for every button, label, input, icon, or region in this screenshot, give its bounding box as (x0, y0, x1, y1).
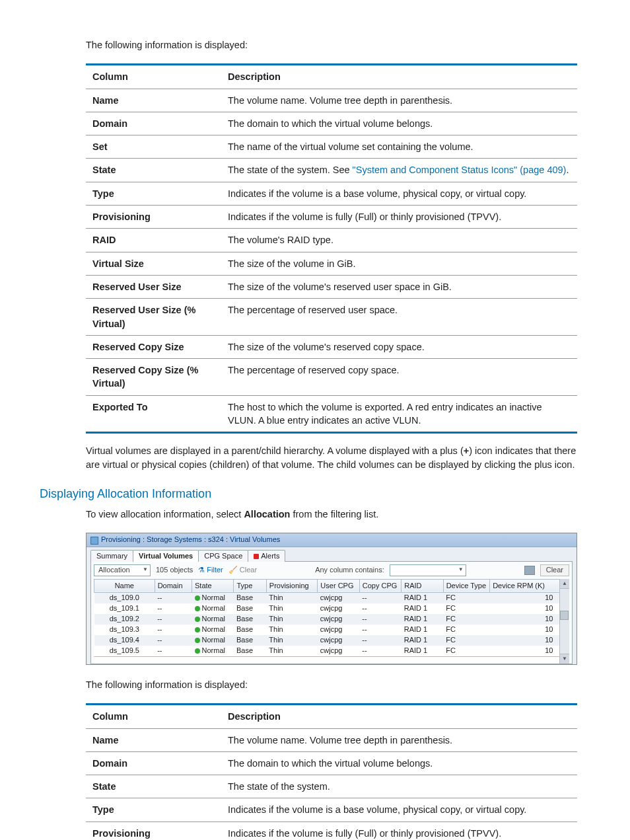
print-icon[interactable] (524, 566, 535, 575)
grid-header[interactable]: Type (234, 579, 266, 592)
column-description: The volume name. Volume tree depth in pa… (221, 89, 577, 112)
table-row[interactable]: ds_109.1--NormalBaseThincwjcpg--RAID 1FC… (94, 603, 560, 614)
grid-header[interactable]: Device RPM (K) (490, 579, 560, 592)
column-description: The name of the virtual volume set conta… (221, 135, 577, 159)
column-description: The percentage of reserved copy space. (221, 359, 577, 396)
column-name: Provisioning (86, 206, 221, 229)
clear-button[interactable]: Clear (540, 564, 569, 576)
status-icons-link[interactable]: "System and Component Status Icons" (pag… (353, 165, 567, 175)
scrollbar[interactable]: ▲ ▼ (559, 579, 569, 664)
clear-link-disabled: 🧹 Clear (228, 565, 257, 575)
column-description: Indicates if the volume is fully (Full) … (221, 821, 577, 840)
grid-header[interactable]: State (192, 579, 234, 592)
column-name: Provisioning (86, 821, 221, 840)
column-description: Indicates if the volume is a base volume… (221, 798, 577, 821)
object-count: 105 objects (156, 565, 193, 575)
intro-text-1: The following information is displayed: (86, 38, 577, 52)
any-column-label: Any column contains: (315, 565, 384, 575)
table-row[interactable]: ds_109.3--NormalBaseThincwjcpg--RAID 1FC… (94, 625, 560, 635)
column-description: The size of the volume's reserved user s… (221, 275, 577, 298)
alert-icon (254, 554, 259, 559)
th-column: Column (86, 65, 221, 89)
column-name: RAID (86, 229, 221, 252)
tab-virtual-volumes[interactable]: Virtual Volumes (133, 550, 199, 562)
column-description: The volume name. Volume tree depth in pa… (221, 728, 577, 751)
grid-header[interactable]: Domain (155, 579, 192, 592)
column-name: Exported To (86, 395, 221, 433)
grid-header[interactable]: Device Type (443, 579, 490, 592)
column-description: The size of the volume in GiB. (221, 252, 577, 275)
th-description: Description (221, 65, 577, 89)
column-name: Reserved User Size (86, 275, 221, 298)
tab-cpg-space[interactable]: CPG Space (198, 550, 248, 562)
allocation-grid: NameDomainStateTypeProvisioningUser CPGC… (94, 579, 560, 656)
status-dot-icon (195, 638, 200, 643)
hierarchy-paragraph: Virtual volumes are displayed in a paren… (86, 444, 577, 471)
table-row[interactable]: ds_109.5--NormalBaseThincwjcpg--RAID 1FC… (94, 646, 560, 656)
column-name: Type (86, 798, 221, 821)
column-name: Set (86, 135, 221, 159)
grid-header[interactable]: Provisioning (266, 579, 318, 592)
grid-header[interactable]: User CPG (318, 579, 359, 592)
column-description: The domain to which the virtual volume b… (221, 751, 577, 775)
column-description: Indicates if the volume is fully (Full) … (221, 206, 577, 229)
column-description: The size of the volume's reserved copy s… (221, 335, 577, 358)
column-description: The volume's RAID type. (221, 229, 577, 252)
status-dot-icon (195, 606, 200, 611)
columns-table-2: Column Description NameThe volume name. … (86, 703, 577, 840)
table-row[interactable]: ds_109.4--NormalBaseThincwjcpg--RAID 1FC… (94, 635, 560, 646)
column-name: Virtual Size (86, 252, 221, 275)
allocation-screenshot: Provisioning : Storage Systems : s324 : … (86, 533, 577, 665)
th-description: Description (221, 705, 577, 728)
window-titlebar: Provisioning : Storage Systems : s324 : … (87, 533, 577, 547)
column-name: Reserved Copy Size (86, 335, 221, 358)
columns-table-1: Column Description NameThe volume name. … (86, 63, 577, 434)
column-description: The percentage of reserved user space. (221, 299, 577, 336)
column-description: Indicates if the volume is a base volume… (221, 182, 577, 205)
status-dot-icon (195, 595, 200, 601)
column-name: Reserved User Size (% Virtual) (86, 299, 221, 336)
column-name: Type (86, 182, 221, 205)
status-dot-icon (195, 627, 200, 632)
column-name: Domain (86, 112, 221, 135)
any-column-selector[interactable] (390, 564, 466, 576)
column-name: State (86, 159, 221, 182)
th-column: Column (86, 705, 221, 728)
tab-alerts[interactable]: Alerts (248, 550, 285, 562)
allocation-intro: To view allocation information, select A… (86, 508, 577, 521)
scroll-up-icon[interactable]: ▲ (560, 579, 569, 589)
status-dot-icon (195, 648, 200, 654)
grid-header[interactable]: Name (94, 579, 155, 592)
tab-summary[interactable]: Summary (90, 550, 133, 562)
column-description: The state of the system. See "System and… (221, 159, 577, 182)
window-icon (90, 537, 98, 545)
table-row[interactable]: ds_109.0--NormalBaseThincwjcpg--RAID 1FC… (94, 592, 560, 603)
status-dot-icon (195, 617, 200, 622)
column-name: State (86, 775, 221, 798)
intro-text-2: The following information is displayed: (86, 678, 577, 691)
grid-header[interactable]: Copy CPG (359, 579, 401, 592)
scroll-thumb[interactable] (560, 611, 569, 620)
column-description: The domain to which the virtual volume b… (221, 112, 577, 135)
grid-header[interactable]: RAID (402, 579, 443, 592)
column-name: Name (86, 728, 221, 751)
column-name: Domain (86, 751, 221, 775)
column-description: The host to which the volume is exported… (221, 395, 577, 433)
filter-selector[interactable]: Allocation (94, 564, 151, 576)
column-description: The state of the system. (221, 775, 577, 798)
column-name: Reserved Copy Size (% Virtual) (86, 359, 221, 396)
filter-link[interactable]: ⚗ Filter (198, 565, 223, 575)
column-name: Name (86, 89, 221, 112)
section-heading: Displaying Allocation Information (40, 486, 590, 502)
scroll-down-icon[interactable]: ▼ (560, 654, 569, 664)
table-row[interactable]: ds_109.2--NormalBaseThincwjcpg--RAID 1FC… (94, 614, 560, 625)
